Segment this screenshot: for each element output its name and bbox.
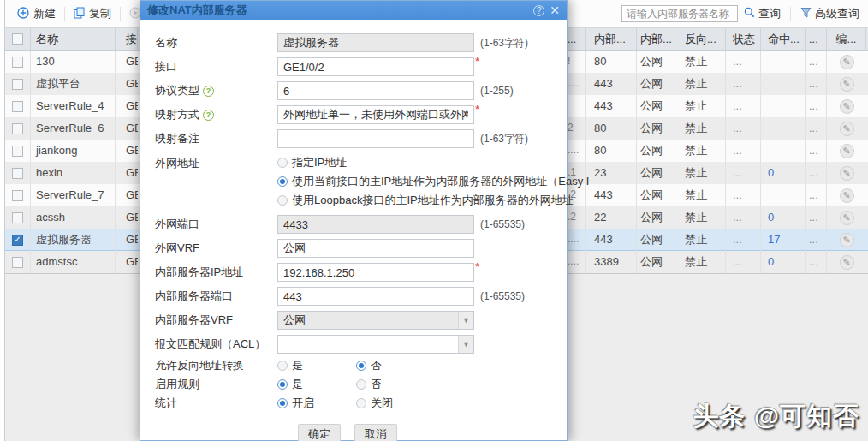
dialog-title-bar[interactable]: 修改NAT内部服务器 ? ✕ — [140, 1, 567, 20]
radio-stats-off[interactable]: 关闭 — [356, 396, 393, 410]
field-label: 内部服务器端口 — [155, 289, 277, 304]
radio-icon[interactable] — [277, 379, 288, 390]
edit-pencil-icon[interactable]: ✎ — [840, 77, 854, 92]
edit-pencil-icon[interactable]: ✎ — [840, 144, 854, 158]
mapping-note-input[interactable] — [277, 129, 474, 148]
cell-internal-port: 22 — [586, 206, 637, 229]
column-header-edit[interactable]: 编... — [827, 28, 866, 50]
required-marker: * — [475, 105, 479, 114]
search-input[interactable] — [621, 5, 738, 22]
cell-name: jiankong — [31, 140, 116, 162]
cell-frag — [566, 95, 586, 117]
edit-pencil-icon[interactable]: ✎ — [840, 211, 854, 225]
edit-pencil-icon[interactable]: ✎ — [840, 55, 854, 69]
radio-icon[interactable] — [277, 176, 288, 187]
checkbox-icon[interactable] — [12, 101, 23, 112]
radio-icon[interactable] — [277, 361, 288, 371]
column-header-port[interactable]: 内部... — [586, 28, 637, 50]
edit-pencil-icon[interactable]: ✎ — [840, 166, 854, 181]
internal-port-input[interactable] — [277, 287, 474, 306]
checkbox-icon[interactable] — [12, 146, 23, 157]
edit-pencil-icon[interactable]: ✎ — [840, 255, 854, 270]
radio-icon[interactable] — [356, 398, 366, 408]
radio-icon[interactable] — [277, 158, 288, 168]
radio-reverse-yes[interactable]: 是 — [277, 359, 356, 372]
acl-select[interactable]: ▼ — [277, 335, 474, 354]
column-header-reverse[interactable]: 反向... — [681, 28, 726, 50]
cell-reverse: 禁止 — [681, 184, 726, 206]
radio-icon[interactable] — [356, 379, 366, 390]
field-interface: 接口 * — [140, 57, 567, 76]
name-input[interactable] — [277, 33, 474, 52]
cell-internal-vrf: 公网 — [637, 51, 681, 73]
column-header-hit[interactable]: 命中... — [761, 28, 806, 50]
interface-input[interactable] — [277, 57, 474, 76]
external-port-input[interactable] — [277, 215, 474, 234]
column-header-status[interactable]: 状态 — [726, 28, 761, 50]
cell-iface: GE1/0/2 — [116, 229, 138, 251]
column-header-name[interactable]: 名称 — [31, 28, 116, 50]
edit-pencil-icon[interactable]: ✎ — [840, 233, 854, 247]
toolbar-divider — [790, 7, 791, 21]
close-icon[interactable]: ✕ — [550, 4, 560, 16]
green-help-icon[interactable]: ? — [203, 110, 214, 121]
radio-reverse-no[interactable]: 否 — [356, 359, 382, 372]
advanced-query-button[interactable]: 高级查询 — [794, 4, 865, 23]
cell-hit-count — [761, 51, 806, 73]
chevron-down-icon[interactable]: ▼ — [458, 312, 473, 329]
checkbox-icon[interactable] — [12, 190, 23, 201]
radio-specify-ip[interactable]: 指定IP地址 — [277, 153, 589, 172]
radio-icon[interactable] — [277, 398, 288, 408]
cell-status: ... — [726, 206, 761, 229]
column-header-frag[interactable]: ... — [566, 28, 586, 50]
column-header-dots[interactable]: ... — [806, 28, 827, 50]
cancel-button[interactable]: 取消 — [354, 424, 397, 441]
checkbox-icon[interactable] — [12, 212, 23, 223]
protocol-input[interactable] — [277, 81, 474, 100]
checkbox-icon[interactable] — [12, 123, 23, 134]
select-all-checkbox[interactable] — [5, 28, 31, 50]
checkbox-icon[interactable] — [12, 168, 23, 179]
checkbox-icon[interactable] — [12, 79, 23, 90]
checkbox-icon[interactable] — [12, 57, 23, 68]
ok-button[interactable]: 确定 — [298, 424, 341, 441]
external-vrf-input[interactable] — [277, 239, 474, 258]
green-help-icon[interactable]: ? — [203, 86, 214, 97]
radio-easy-ip[interactable]: 使用当前接口的主IP地址作为内部服务器的外网地址（Easy I — [277, 172, 589, 191]
cell-name: admstsc — [31, 251, 116, 273]
radio-loopback[interactable]: 使用Loopback接口的主IP地址作为内部服务器的外网地址 — [277, 191, 589, 210]
edit-pencil-icon[interactable]: ✎ — [840, 122, 854, 136]
field-label: 外网地址 — [155, 153, 277, 171]
query-button[interactable]: 查询 — [738, 4, 787, 23]
column-header-iface[interactable]: 接口 — [116, 28, 138, 50]
radio-enable-no[interactable]: 否 — [356, 378, 382, 391]
radio-icon[interactable] — [356, 361, 366, 371]
chevron-down-icon[interactable]: ▼ — [458, 336, 473, 353]
required-marker: * — [475, 57, 479, 66]
cell-hit-count: 17 — [761, 229, 806, 251]
checkbox-icon[interactable] — [12, 33, 23, 45]
field-reverse-nat: 允许反向地址转换 是 否 — [140, 359, 567, 372]
cell-iface: GE1/0/2 — [116, 251, 138, 273]
radio-icon[interactable] — [277, 195, 288, 206]
circle-plus-icon — [17, 7, 29, 21]
cell-edit: ✎ — [827, 162, 866, 184]
edit-pencil-icon[interactable]: ✎ — [840, 99, 854, 114]
cell-hit-count — [761, 184, 806, 206]
column-header-vrf[interactable]: 内部... — [637, 28, 681, 50]
copy-button[interactable]: 复制 — [68, 4, 116, 23]
cell-internal-vrf: 公网 — [637, 73, 681, 95]
checkbox-icon[interactable] — [12, 257, 23, 268]
dialog-title: 修改NAT内部服务器 — [147, 3, 247, 18]
help-icon[interactable]: ? — [533, 5, 544, 16]
edit-pencil-icon[interactable]: ✎ — [840, 188, 854, 203]
row-checkbox — [5, 140, 31, 162]
cell-internal-port: 80 — [586, 140, 637, 162]
radio-enable-yes[interactable]: 是 — [277, 378, 356, 391]
radio-stats-on[interactable]: 开启 — [277, 396, 356, 410]
new-button[interactable]: 新建 — [12, 4, 61, 23]
internal-ip-input[interactable] — [277, 263, 474, 282]
mapping-mode-input[interactable] — [277, 105, 474, 124]
checkbox-checked-icon[interactable]: ✓ — [12, 235, 23, 246]
internal-vrf-select[interactable]: 公网 ▼ — [277, 311, 474, 330]
